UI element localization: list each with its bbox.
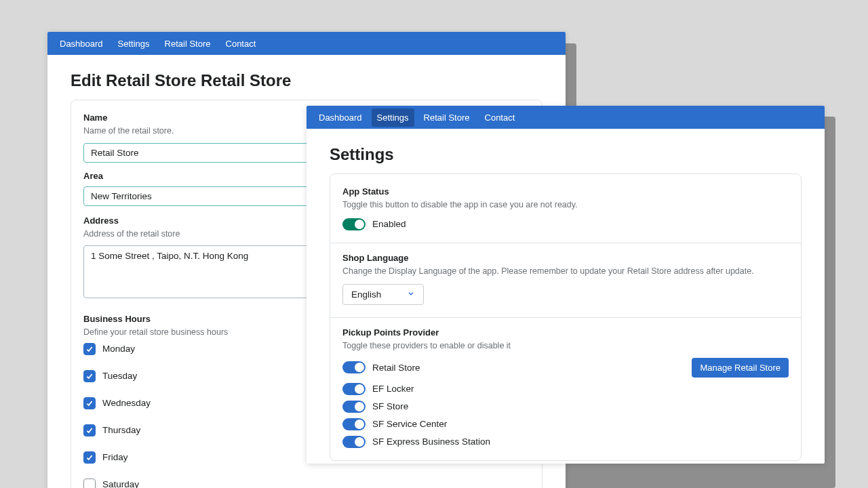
nav-retail-store[interactable]: Retail Store xyxy=(418,108,475,127)
checkbox-thursday[interactable] xyxy=(83,424,96,436)
day-label: Wednesday xyxy=(102,398,151,408)
nav-contact[interactable]: Contact xyxy=(220,35,262,53)
page-title: Edit Retail Store Retail Store xyxy=(71,71,542,90)
lang-label: Shop Language xyxy=(342,253,789,263)
page-title: Settings xyxy=(330,145,802,164)
provider-row-sf-store: SF Store xyxy=(342,401,789,413)
provider-row-retail-store: Retail Store Manage Retail Store xyxy=(342,358,789,378)
app-status-label: App Status xyxy=(342,186,789,197)
lang-help: Change the Display Language of the app. … xyxy=(342,266,789,278)
nav-contact[interactable]: Contact xyxy=(479,108,521,127)
providers-label: Pickup Points Provider xyxy=(342,327,789,338)
provider-label: SF Store xyxy=(372,401,408,411)
provider-label: SF Service Center xyxy=(372,419,447,429)
day-label: Monday xyxy=(102,344,135,354)
navbar-left: Dashboard Settings Retail Store Contact xyxy=(47,32,566,55)
settings-panel: App Status Toggle this button to disable… xyxy=(330,174,802,461)
enabled-label: Enabled xyxy=(372,219,406,229)
provider-row-sf-service-center: SF Service Center xyxy=(342,418,789,430)
provider-toggle[interactable] xyxy=(342,361,366,373)
checkbox-wednesday[interactable] xyxy=(83,397,96,409)
divider xyxy=(330,317,801,318)
day-label: Thursday xyxy=(102,425,140,435)
provider-label: SF Express Business Station xyxy=(372,436,490,447)
nav-settings[interactable]: Settings xyxy=(372,108,414,127)
navbar-right: Dashboard Settings Retail Store Contact xyxy=(307,106,825,129)
day-label: Friday xyxy=(102,452,128,462)
checkbox-friday[interactable] xyxy=(83,451,96,464)
provider-row-ef-locker: EF Locker xyxy=(342,383,789,395)
day-label: Saturday xyxy=(102,479,139,488)
app-status-help: Toggle this button to disable the app in… xyxy=(342,199,789,211)
checkbox-saturday[interactable] xyxy=(83,479,96,489)
nav-retail-store[interactable]: Retail Store xyxy=(159,35,216,53)
nav-settings[interactable]: Settings xyxy=(113,35,155,53)
provider-toggle[interactable] xyxy=(342,383,366,395)
providers-help: Toggle these providers to enable or disa… xyxy=(342,340,789,352)
manage-retail-store-button[interactable]: Manage Retail Store xyxy=(692,358,789,378)
provider-toggle[interactable] xyxy=(342,436,366,448)
divider xyxy=(330,243,801,243)
provider-toggle[interactable] xyxy=(342,418,366,430)
day-row-saturday: Saturday xyxy=(83,479,530,489)
provider-label: Retail Store xyxy=(372,363,420,373)
language-select[interactable]: English xyxy=(342,284,424,305)
provider-row-sf-express: SF Express Business Station xyxy=(342,436,789,448)
nav-dashboard[interactable]: Dashboard xyxy=(313,108,368,127)
settings-window: Dashboard Settings Retail Store Contact … xyxy=(307,106,825,464)
provider-label: EF Locker xyxy=(372,384,414,394)
app-status-toggle[interactable] xyxy=(342,218,366,230)
checkbox-monday[interactable] xyxy=(83,343,96,355)
checkbox-tuesday[interactable] xyxy=(83,370,96,382)
language-value: English xyxy=(351,289,381,300)
nav-dashboard[interactable]: Dashboard xyxy=(54,35,108,53)
provider-toggle[interactable] xyxy=(342,401,366,413)
chevron-down-icon xyxy=(407,289,415,300)
day-label: Tuesday xyxy=(102,371,137,381)
